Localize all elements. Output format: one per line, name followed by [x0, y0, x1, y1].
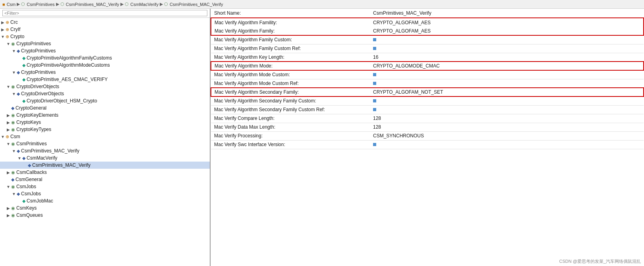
tree-item-csmkeys[interactable]: ▶◉CsmKeys: [0, 204, 210, 212]
tree-item-cryptoprimitives2[interactable]: ▼◆CryptoPrimitives: [0, 47, 210, 54]
detail-row-value: [370, 70, 644, 79]
tree-item-csmmacverify[interactable]: ▼◆CsmMacVerify: [0, 154, 210, 162]
tree-toggle[interactable]: ▶: [6, 120, 11, 125]
detail-row-value: [370, 140, 644, 149]
breadcrumb-part-1[interactable]: CsmPrimitives: [27, 2, 54, 7]
tree-item-cryptoprimitive_aes_cmac_verify[interactable]: ◆CryptoPrimitive_AES_CMAC_VERIFY: [0, 76, 210, 83]
tree-toggle[interactable]: ▼: [11, 149, 17, 153]
tree-toggle[interactable]: ▼: [17, 156, 22, 160]
detail-row-value: [370, 44, 644, 53]
tree-toggle[interactable]: ▶: [0, 20, 6, 25]
tree-item-csm[interactable]: ▼⊕Csm: [0, 133, 210, 140]
breadcrumb-part-3[interactable]: CsmMacVerify: [130, 2, 159, 7]
detail-row-value[interactable]: 128: [370, 123, 644, 131]
tree-item-csmcallbacks[interactable]: ▶◉CsmCallbacks: [0, 169, 210, 176]
tree-item-cryptoprimitives3[interactable]: ▼◆CryptoPrimitives: [0, 69, 210, 76]
short-name-value: CsmPrimitives_MAC_Verify: [370, 9, 644, 18]
tree-node-icon-green-obj: ⊕: [6, 134, 9, 139]
tree-toggle[interactable]: ▶: [0, 27, 6, 32]
tree-item-csmqueues[interactable]: ▶◉CsmQueues: [0, 212, 210, 219]
tree-toggle[interactable]: ▼: [11, 92, 17, 96]
tree-label: CsmJobs: [16, 184, 36, 189]
detail-row-label: Mac Verify Algorithm Family Custom Ref:: [211, 44, 370, 53]
detail-row-mac-verify-alg-mode-custom: Mac Verify Algorithm Mode Custom:: [211, 70, 644, 79]
tree-item-csmprimitives_mac_verify2[interactable]: ◆CsmPrimitives_MAC_Verify: [0, 162, 210, 169]
tree-item-cryptoprimitivealgorithmfamilycustoms[interactable]: ◆CryptoPrimitiveAlgorithmFamilyCustoms: [0, 54, 210, 62]
tree-item-crylf[interactable]: ▶⊕CryIf: [0, 26, 210, 33]
tree-toggle[interactable]: ▼: [11, 70, 17, 75]
tree-toggle[interactable]: ▶: [6, 213, 11, 218]
tree-item-cryptoprimitivealgorithmmodecustoms[interactable]: ◆CryptoPrimitiveAlgorithmModeCustoms: [0, 62, 210, 69]
value-icon: [373, 99, 376, 102]
tree-label: CryptoKeys: [16, 120, 41, 125]
tree-toggle[interactable]: ▼: [6, 142, 11, 146]
tree-toggle[interactable]: ▶: [6, 127, 11, 132]
tree-toggle[interactable]: ▶: [6, 206, 11, 210]
tree-label: CryptoDriverObject_HSM_Crypto: [27, 98, 97, 104]
detail-row-value[interactable]: 128: [370, 114, 644, 123]
short-name-row: Short Name: CsmPrimitives_MAC_Verify: [211, 9, 644, 18]
tree-item-cryptogeneral[interactable]: ◆CryptoGeneral: [0, 104, 210, 112]
breadcrumb-part-0[interactable]: Csm: [7, 2, 16, 7]
tree-item-crc[interactable]: ▶⊕Crc: [0, 19, 210, 26]
tree-item-csmjobmac[interactable]: ◆CsmJobMac: [0, 197, 210, 204]
tree-item-cryptoprimitives1[interactable]: ▼◉CryptoPrimitives: [0, 40, 210, 47]
detail-row-mac-verify-alg-key-length: Mac Verify Algorithm Key Length:16: [211, 53, 644, 62]
detail-row-value[interactable]: CRYPTO_ALGOFAM_NOT_SET: [370, 88, 644, 96]
breadcrumb-node-icon-4: ⬡: [164, 2, 168, 7]
tree-toggle[interactable]: ▼: [6, 42, 11, 46]
detail-row-label: Mac Verify Algorithm Mode Custom:: [211, 70, 370, 79]
detail-row-value[interactable]: CRYPTO_ALGOFAM_AES: [370, 18, 644, 27]
detail-row-label: Mac Verify Algorithm Family:: [211, 27, 370, 35]
filter-input[interactable]: [2, 10, 207, 16]
tree-toggle[interactable]: ▼: [6, 185, 11, 189]
breadcrumb-part-2[interactable]: CsmPrimitives_MAC_Verify: [66, 2, 119, 7]
tree-item-cryptokeytypes[interactable]: ▶◉CryptoKeyTypes: [0, 126, 210, 133]
detail-row-value[interactable]: CRYPTO_ALGOMODE_CMAC: [370, 62, 644, 70]
detail-row-value[interactable]: 16: [370, 53, 644, 62]
tree-item-cryptodriverobject_hsm_crypto[interactable]: ◆CryptoDriverObject_HSM_Crypto: [0, 97, 210, 104]
tree-item-cryptodriverobjects2[interactable]: ▼◆CryptoDriverObjects: [0, 90, 210, 97]
detail-row-mac-verify-alg-family2: Mac Verify Algorithm Family:CRYPTO_ALGOF…: [211, 27, 644, 35]
tree-toggle[interactable]: ▼: [11, 49, 17, 53]
tree-toggle[interactable]: ▼: [0, 135, 6, 139]
tree-node-icon-blue-obj: ◆: [22, 156, 25, 161]
breadcrumb-node-icon-3: ⬡: [125, 2, 129, 7]
tree-item-csmprimitives[interactable]: ▼◉CsmPrimitives: [0, 140, 210, 147]
tree-item-csmgeneral[interactable]: ◆CsmGeneral: [0, 176, 210, 183]
tree-node-icon-selected-item: ◆: [28, 163, 31, 168]
tree-label: CryptoKeyElements: [16, 112, 58, 118]
tree-label: CryIf: [10, 27, 20, 32]
tree-label: Crypto: [10, 34, 24, 39]
tree-toggle[interactable]: ▶: [6, 170, 11, 175]
tree-node-icon-folder: ◉: [11, 213, 15, 218]
tree-item-crypto[interactable]: ▼⊕Crypto: [0, 33, 210, 40]
tree-toggle[interactable]: ▶: [6, 113, 11, 118]
tree-item-cryptokeyelements[interactable]: ▶◉CryptoKeyElements: [0, 112, 210, 119]
tree-toggle[interactable]: ▼: [0, 35, 6, 39]
detail-row-value[interactable]: CRYPTO_ALGOFAM_AES: [370, 27, 644, 35]
tree-toggle[interactable]: ▼: [6, 85, 11, 89]
tree-item-csmjobs[interactable]: ▼◉CsmJobs: [0, 183, 210, 190]
detail-row-value[interactable]: CSM_SYNCHRONOUS: [370, 131, 644, 140]
tree-item-csmjobs2[interactable]: ▼◆CsmJobs: [0, 190, 210, 197]
breadcrumb-part-4[interactable]: CsmPrimitives_MAC_Verify: [170, 2, 223, 7]
value-with-icon: [373, 99, 640, 102]
tree-label: CryptoPrimitiveAlgorithmModeCustoms: [27, 62, 110, 68]
value-icon: [373, 73, 376, 76]
tree-content: ▶⊕Crc▶⊕CryIf▼⊕Crypto▼◉CryptoPrimitives▼◆…: [0, 18, 210, 220]
detail-row-mac-verify-alg-family-custom: Mac Verify Algorithm Family Custom:: [211, 35, 644, 44]
tree-item-cryptodriverobjects1[interactable]: ▼◉CryptoDriverObjects: [0, 83, 210, 90]
value-icon: [373, 47, 376, 50]
tree-label: CryptoPrimitives: [21, 69, 56, 75]
detail-row-mac-verify-alg-secondary-family-custom: Mac Verify Algorithm Secondary Family Cu…: [211, 96, 644, 105]
value-with-icon: [373, 38, 640, 41]
tree-node-icon-folder: ◉: [11, 84, 15, 89]
tree-label: CryptoPrimitive_AES_CMAC_VERIFY: [27, 77, 108, 82]
tree-node-icon-folder: ◉: [11, 170, 15, 175]
tree-item-cryptokeys[interactable]: ▶◉CryptoKeys: [0, 119, 210, 126]
tree-item-csmprimitives_mac_verify1[interactable]: ▼◆CsmPrimitives_MAC_Verify: [0, 147, 210, 154]
tree-toggle[interactable]: ▼: [11, 192, 17, 196]
detail-row-mac-verify-processing: Mac Verify Processing:CSM_SYNCHRONOUS: [211, 131, 644, 140]
main-layout: ▶⊕Crc▶⊕CryIf▼⊕Crypto▼◉CryptoPrimitives▼◆…: [0, 9, 644, 266]
